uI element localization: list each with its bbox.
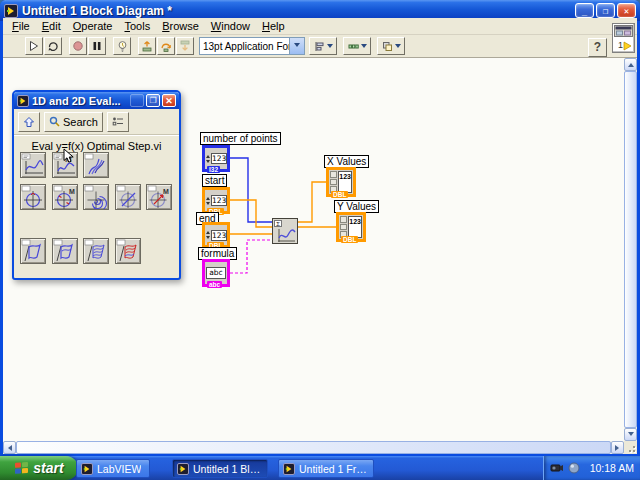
desktop: Untitled 1 Block Diagram * _ ❐ ✕ File Ed… <box>0 0 640 480</box>
labview-icon <box>17 95 29 107</box>
labview-icon <box>81 463 93 475</box>
window-title: Untitled 1 Block Diagram * <box>22 4 573 18</box>
taskbar-button-label: Untitled 1 Block Diagr... <box>193 463 263 475</box>
numeric-display: 123 <box>338 171 352 193</box>
array-index-icon[interactable] <box>340 216 347 238</box>
palette-icon-eval-spiral[interactable] <box>83 184 109 210</box>
font-selector-arrow[interactable] <box>289 38 304 54</box>
palette-icon-eval-multiple-curves[interactable] <box>83 152 109 178</box>
palette-icon-eval-circle-line[interactable] <box>115 184 141 210</box>
start-label: start <box>33 460 63 476</box>
menu-help[interactable]: Help <box>256 19 291 33</box>
taskbar-clock[interactable]: 10:18 AM <box>590 462 634 474</box>
type-badge: abc <box>207 281 222 288</box>
minimize-button[interactable]: _ <box>575 3 594 18</box>
menu-tools[interactable]: Tools <box>118 19 156 33</box>
indicator-y-values[interactable]: 123 DBL <box>336 212 366 242</box>
close-button[interactable]: ✕ <box>617 3 636 18</box>
menu-edit[interactable]: Edit <box>36 19 67 33</box>
pause-icon[interactable] <box>88 37 106 55</box>
wire-start[interactable] <box>230 200 272 227</box>
type-badge: I32 <box>207 166 220 173</box>
palette-minimize-button[interactable] <box>130 94 144 107</box>
palette-toolbar: Search <box>14 109 179 135</box>
menu-browse[interactable]: Browse <box>156 19 205 33</box>
block-diagram-canvas[interactable]: number of points 123 I32 start 123 DBL e… <box>3 58 624 441</box>
increment-decrement-icon[interactable] <box>206 153 210 165</box>
reorder-objects-button[interactable] <box>377 37 405 55</box>
taskbar-button-labview[interactable]: LabVIEW <box>76 459 150 478</box>
vi-icon-pane[interactable]: 1 <box>612 23 635 53</box>
restore-button[interactable]: ❐ <box>596 3 615 18</box>
start-button[interactable]: start <box>0 456 78 480</box>
step-out-icon[interactable] <box>176 37 194 55</box>
menu-file[interactable]: File <box>6 19 36 33</box>
increment-decrement-icon[interactable] <box>206 229 210 241</box>
type-badge: DBL <box>331 191 348 198</box>
palette-icon-eval-3d-striped-sheet[interactable] <box>83 238 109 264</box>
palette-icon-eval-3d-red-striped-sheet[interactable] <box>115 238 141 264</box>
step-into-icon[interactable] <box>138 37 156 55</box>
system-tray: 10:18 AM <box>543 456 640 480</box>
context-help-button[interactable]: ? <box>588 38 607 57</box>
scroll-down-button[interactable] <box>624 428 637 441</box>
increment-decrement-icon[interactable] <box>206 195 210 207</box>
subvi-eval-y-fx-optimal-step[interactable]: Σ <box>272 218 298 244</box>
palette-icon-eval-circle-arrow-m[interactable]: M <box>146 184 172 210</box>
control-number-of-points[interactable]: 123 I32 <box>202 145 230 172</box>
palette-icon-eval-3d-double-sheet[interactable] <box>52 238 78 264</box>
control-end[interactable]: 123 DBL <box>202 222 230 248</box>
label-number-of-points[interactable]: number of points <box>200 132 281 145</box>
search-button[interactable]: Search <box>44 112 103 132</box>
wire-number-of-points[interactable] <box>228 158 272 222</box>
scroll-up-button[interactable] <box>624 58 637 71</box>
highlight-execution-icon[interactable] <box>113 37 131 55</box>
up-level-button[interactable] <box>18 112 40 132</box>
control-formula[interactable]: abc abc <box>202 259 230 287</box>
horizontal-scrollbar[interactable] <box>3 441 624 454</box>
taskbar-button-block-diagram[interactable]: Untitled 1 Block Diagr... <box>172 459 268 478</box>
palette-icon-eval-circle-m[interactable]: M <box>52 184 78 210</box>
status-ball-icon[interactable] <box>568 462 580 474</box>
menu-bar: File Edit Operate Tools Browse Window He… <box>3 18 637 35</box>
run-continuously-icon[interactable] <box>44 37 62 55</box>
distribute-objects-button[interactable] <box>343 37 371 55</box>
camcorder-icon[interactable] <box>550 462 564 474</box>
palette-title: 1D and 2D Eval... <box>32 95 128 107</box>
palette-close-button[interactable]: ✕ <box>162 94 176 107</box>
palette-window-1d-2d-eval[interactable]: 1D and 2D Eval... ❐ ✕ Search <box>12 90 181 280</box>
view-options-button[interactable] <box>107 112 129 132</box>
array-index-icon[interactable] <box>330 171 337 193</box>
labview-icon <box>4 4 18 18</box>
up-arrow-icon <box>23 116 35 128</box>
palette-icon-eval-y-fx[interactable] <box>20 152 46 178</box>
wire-x-values[interactable] <box>298 182 326 222</box>
horizontal-scroll-thumb[interactable] <box>16 441 611 454</box>
scroll-right-button[interactable] <box>611 441 624 454</box>
palette-icon-eval-3d-sheet[interactable] <box>20 238 46 264</box>
vertical-scrollbar[interactable] <box>624 58 637 441</box>
run-icon[interactable] <box>25 37 43 55</box>
palette-icon-eval-circle-crosshair[interactable] <box>20 184 46 210</box>
palette-title-bar[interactable]: 1D and 2D Eval... ❐ ✕ <box>14 92 179 109</box>
type-badge: DBL <box>341 236 358 243</box>
string-display: abc <box>206 267 226 279</box>
align-objects-button[interactable] <box>309 37 337 55</box>
menu-window[interactable]: Window <box>205 19 256 33</box>
taskbar-button-front-panel[interactable]: Untitled 1 Front Panel * <box>278 459 374 478</box>
resize-grip[interactable] <box>624 441 637 454</box>
svg-text:M: M <box>69 188 75 195</box>
scroll-left-button[interactable] <box>3 441 16 454</box>
numeric-display: 123 <box>211 195 227 206</box>
label-start[interactable]: start <box>202 174 227 187</box>
font-selector[interactable]: 13pt Application Font <box>199 37 305 55</box>
labview-icon <box>177 463 189 475</box>
search-icon <box>49 116 60 127</box>
menu-operate[interactable]: Operate <box>67 19 119 33</box>
indicator-x-values[interactable]: 123 DBL <box>326 167 356 197</box>
palette-restore-button[interactable]: ❐ <box>146 94 160 107</box>
step-over-icon[interactable] <box>157 37 175 55</box>
abort-execution-icon[interactable] <box>69 37 87 55</box>
vertical-scroll-thumb[interactable] <box>624 71 637 428</box>
control-start[interactable]: 123 DBL <box>202 187 230 214</box>
